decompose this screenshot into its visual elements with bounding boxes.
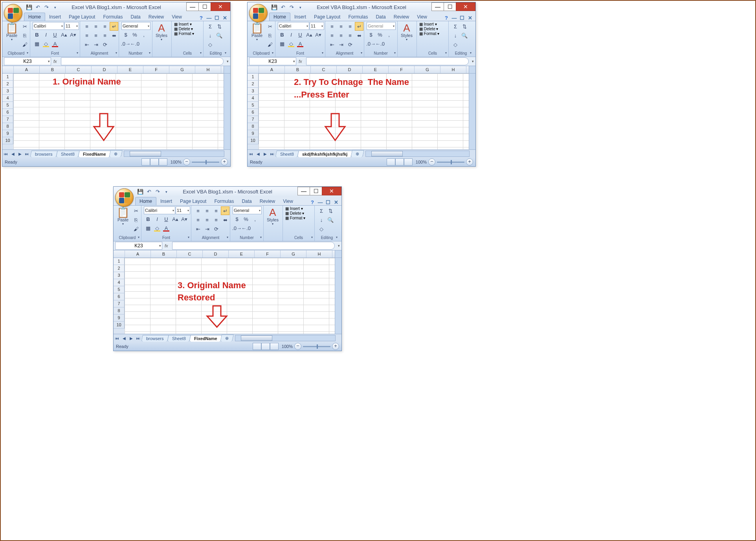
tab-formulas[interactable]: Formulas [210,197,238,205]
row-header[interactable]: 5 [114,286,125,293]
format-painter-icon[interactable]: 🖌 [132,224,140,233]
tab-view[interactable]: View [168,13,186,21]
insert-cells-button[interactable]: ▦ Insert ▾ [174,22,192,26]
fx-icon[interactable]: fx [162,243,171,248]
minimize-ribbon-icon[interactable]: — [206,15,212,21]
row-header[interactable]: 7 [248,116,259,123]
office-button[interactable] [115,188,134,207]
align-top-icon[interactable]: ≡ [194,206,202,215]
fill-icon[interactable]: ↓ [451,31,460,40]
align-bottom-icon[interactable]: ≡ [212,206,220,215]
zoom-in-button[interactable]: + [221,158,228,166]
accounting-icon[interactable]: $ [233,215,241,223]
row-header[interactable]: 3 [248,88,259,95]
tab-data[interactable]: Data [372,13,389,21]
align-center-icon[interactable]: ≡ [92,31,100,40]
column-header[interactable]: B [151,250,177,258]
zoom-slider[interactable] [437,162,464,163]
fill-color-icon[interactable]: ◇ [153,224,161,232]
tab-insert[interactable]: Insert [156,197,176,205]
row-header[interactable]: 4 [2,95,13,102]
font-size-select[interactable]: 11▾ [310,22,324,30]
merge-icon[interactable]: ⬌ [110,31,118,40]
cell-grid[interactable]: 3. Original Name Restored [125,258,335,334]
merge-icon[interactable]: ⬌ [221,215,229,224]
column-header[interactable]: E [229,250,255,258]
autosum-icon[interactable]: Σ [451,22,460,31]
maximize-button[interactable]: ☐ [198,2,211,11]
zoom-in-button[interactable]: + [466,158,473,166]
vertical-scrollbar[interactable] [335,258,341,334]
zoom-slider[interactable] [192,162,219,163]
row-header[interactable]: 5 [248,102,259,109]
column-header[interactable]: F [255,250,281,258]
accounting-icon[interactable]: $ [121,30,130,39]
orientation-icon[interactable]: ⟳ [346,40,354,49]
wrap-text-icon[interactable]: ↵ [221,206,229,215]
row-header[interactable]: 7 [114,300,125,307]
row-header[interactable]: 2 [2,81,13,88]
fx-icon[interactable]: fx [296,59,305,64]
align-right-icon[interactable]: ≡ [212,215,220,224]
close-workbook-icon[interactable]: ✕ [467,15,473,21]
decrease-indent-icon[interactable]: ⇤ [328,40,336,49]
row-header[interactable]: 4 [248,95,259,102]
close-workbook-icon[interactable]: ✕ [222,15,228,21]
underline-icon[interactable]: U [51,30,59,39]
insert-cells-button[interactable]: ▦ Insert ▾ [419,22,437,26]
fill-color-icon[interactable]: ◇ [287,39,295,48]
redo-icon[interactable]: ↷ [288,4,295,11]
bold-icon[interactable]: B [33,30,41,39]
insert-cells-button[interactable]: ▦ Insert ▾ [285,206,303,211]
tab-view[interactable]: View [279,197,297,205]
sheet-tab[interactable]: Sheet8 [167,335,191,342]
name-box[interactable]: K23 [4,57,51,65]
maximize-button[interactable]: ☐ [444,2,456,11]
column-header[interactable]: G [169,66,195,73]
decrease-decimal-icon[interactable]: ←.0 [242,224,250,232]
italic-icon[interactable]: I [287,30,295,39]
cut-icon[interactable]: ✂ [132,206,140,215]
save-icon[interactable]: 💾 [26,4,33,11]
orientation-icon[interactable]: ⟳ [212,224,220,233]
column-header[interactable]: C [66,66,92,73]
delete-cells-button[interactable]: ▦ Delete ▾ [174,27,193,31]
styles-button[interactable]: AStyles▾ [154,22,169,42]
tab-home[interactable]: Home [24,13,45,21]
vertical-scrollbar[interactable] [469,74,475,149]
redo-icon[interactable]: ↷ [43,4,50,11]
page-layout-view-icon[interactable] [261,343,270,350]
align-middle-icon[interactable]: ≡ [92,22,100,31]
tab-data[interactable]: Data [238,197,255,205]
italic-icon[interactable]: I [153,215,161,223]
column-header[interactable]: D [203,250,229,258]
column-header[interactable]: G [415,66,440,73]
column-header[interactable]: F [143,66,169,73]
column-header[interactable]: B [285,66,311,73]
zoom-slider[interactable] [303,346,330,347]
help-icon[interactable]: ? [443,15,450,21]
column-header[interactable]: E [363,66,389,73]
bold-icon[interactable]: B [144,215,152,223]
minimize-button[interactable]: — [431,2,444,11]
normal-view-icon[interactable] [387,158,395,166]
fx-icon[interactable]: fx [51,59,59,64]
number-format-select[interactable]: General▾ [367,22,396,30]
horizontal-scrollbar[interactable] [124,151,224,157]
sheet-tab-active[interactable]: skdjfhkshfkjshfkjhsfkj [297,151,352,157]
restore-window-icon[interactable]: ☐ [214,15,220,21]
column-header[interactable]: H [440,66,466,73]
align-bottom-icon[interactable]: ≡ [101,22,109,31]
align-middle-icon[interactable]: ≡ [203,206,211,215]
align-top-icon[interactable]: ≡ [83,22,91,31]
column-header[interactable]: B [40,66,66,73]
page-break-view-icon[interactable] [159,158,167,166]
underline-icon[interactable]: U [162,215,171,223]
wrap-text-icon[interactable]: ↵ [110,22,118,31]
accounting-icon[interactable]: $ [367,30,375,39]
tab-review[interactable]: Review [256,197,279,205]
zoom-out-button[interactable]: − [428,158,435,166]
sheet-nav-first[interactable]: ⏮ [114,336,121,340]
fill-color-icon[interactable]: ◇ [42,39,50,48]
normal-view-icon[interactable] [141,158,150,166]
